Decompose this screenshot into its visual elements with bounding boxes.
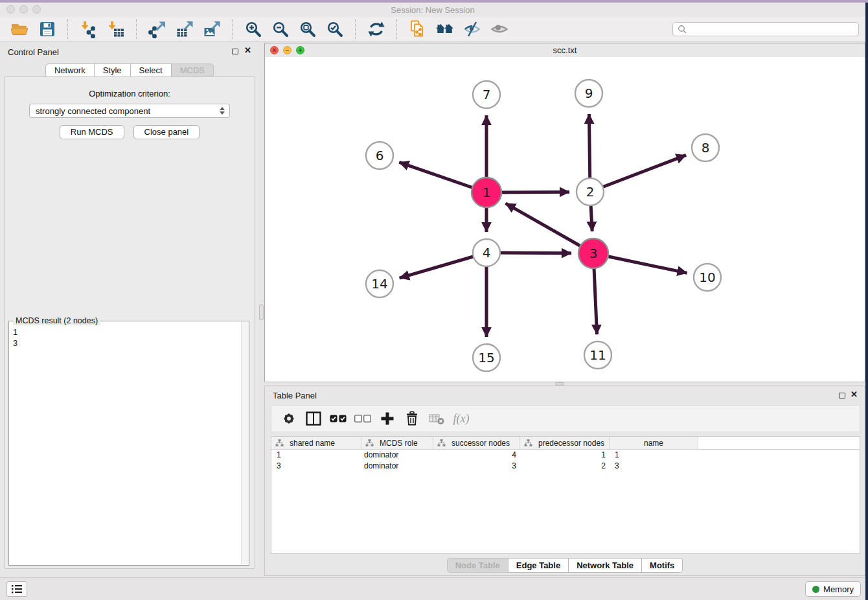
node-label-14: 14: [371, 276, 387, 292]
mcds-result-area[interactable]: 1 3: [9, 321, 249, 565]
toolbar-separator: [355, 19, 356, 39]
table-settings-gear-icon[interactable]: [277, 408, 301, 429]
toolbar-separator: [396, 19, 398, 39]
task-history-button[interactable]: [6, 581, 27, 597]
new-network-from-selection-icon[interactable]: [407, 19, 429, 40]
cell-predecessor-nodes[interactable]: 1: [520, 450, 610, 461]
memory-button[interactable]: Memory: [805, 581, 861, 597]
select-all-icon[interactable]: [326, 408, 350, 429]
cell-successor-nodes[interactable]: 4: [433, 450, 520, 461]
add-column-icon[interactable]: [375, 408, 400, 429]
network-graph[interactable]: 1234678910111415: [265, 57, 865, 382]
control-panel: Control Panel ✕ NetworkStyleSelectMCDS O…: [0, 43, 259, 574]
column-header-predecessor-nodes[interactable]: predecessor nodes: [520, 437, 610, 449]
delete-column-trash-icon[interactable]: [400, 408, 424, 429]
search-icon: [678, 25, 687, 34]
node-label-10: 10: [699, 270, 715, 285]
column-header-mcds-role[interactable]: MCDS role: [361, 437, 433, 449]
tab-network[interactable]: Network: [45, 63, 95, 78]
node-label-3: 3: [589, 246, 598, 261]
zoom-out-icon[interactable]: [269, 19, 291, 40]
import-table-icon[interactable]: [105, 19, 127, 40]
column-label: name: [644, 439, 663, 448]
control-panel-title: Control Panel: [8, 47, 59, 57]
memory-label: Memory: [823, 584, 854, 594]
node-table-header: shared nameMCDS rolesuccessor nodesprede…: [271, 437, 860, 450]
export-network-icon[interactable]: [146, 19, 168, 40]
table-panel-title: Table Panel: [273, 391, 317, 400]
import-network-icon[interactable]: [78, 19, 100, 40]
table-float-panel-icon[interactable]: [839, 393, 845, 398]
main-area: Control Panel ✕ NetworkStyleSelectMCDS O…: [0, 41, 865, 578]
table-close-panel-icon[interactable]: ✕: [851, 389, 858, 400]
export-table-icon[interactable]: [174, 19, 196, 40]
select-stepper-icon: [220, 107, 225, 115]
cell-shared-name[interactable]: 3: [271, 461, 361, 472]
cell-mcds-role[interactable]: dominator: [361, 450, 433, 461]
table-tab-node-table[interactable]: Node Table: [447, 558, 508, 573]
search-box[interactable]: [672, 22, 859, 36]
result-scrollbar[interactable]: [241, 322, 249, 564]
table-tab-network-table[interactable]: Network Table: [569, 558, 642, 573]
tab-style[interactable]: Style: [95, 63, 131, 78]
zoom-selected-icon[interactable]: [324, 19, 346, 40]
zoom-in-icon[interactable]: [242, 19, 264, 40]
cell-name[interactable]: 1: [610, 450, 698, 461]
mcds-result-text: 1 3: [13, 327, 238, 562]
edge-2-8[interactable]: [590, 155, 686, 192]
table-row[interactable]: 3dominator323: [271, 461, 860, 472]
network-window-titlebar: × − + scc.txt: [265, 43, 865, 58]
close-panel-button[interactable]: Close panel: [133, 125, 200, 139]
export-image-icon[interactable]: [201, 19, 223, 40]
delete-table-icon[interactable]: [424, 408, 449, 429]
desktop-edge-top: [0, 0, 868, 3]
function-builder-icon[interactable]: f(x): [449, 408, 474, 429]
cell-name[interactable]: 3: [610, 461, 698, 472]
column-header-name[interactable]: name: [610, 437, 698, 449]
main-toolbar: [0, 17, 865, 41]
cell-shared-name[interactable]: 1: [271, 450, 361, 461]
mcds-result-group: MCDS result (2 nodes) 1 3: [8, 321, 249, 566]
vertical-splitter[interactable]: [259, 43, 264, 382]
tab-mcds[interactable]: MCDS: [172, 63, 214, 78]
save-session-icon[interactable]: [36, 19, 58, 40]
toolbar-separator: [232, 19, 233, 39]
node-label-9: 9: [585, 86, 593, 101]
column-label: successor nodes: [451, 439, 510, 448]
cell-successor-nodes[interactable]: 3: [433, 461, 520, 472]
deselect-all-icon[interactable]: [350, 408, 375, 429]
column-header-successor-nodes[interactable]: successor nodes: [433, 437, 520, 449]
close-panel-icon[interactable]: ✕: [244, 45, 251, 56]
cell-mcds-role[interactable]: dominator: [361, 461, 433, 472]
criterion-select[interactable]: strongly connected component: [29, 104, 230, 118]
hide-selected-eye-icon[interactable]: [461, 19, 483, 40]
node-label-7: 7: [483, 87, 491, 102]
table-tabs: Node TableEdge TableNetwork TableMotifs: [265, 558, 865, 573]
show-all-eye-icon[interactable]: [488, 19, 510, 40]
first-neighbors-icon[interactable]: [434, 19, 456, 40]
table-row[interactable]: 1dominator411: [271, 450, 860, 461]
float-panel-icon[interactable]: [232, 49, 238, 54]
criterion-value: strongly connected component: [36, 106, 150, 116]
application-window: Session: New Session Control Panel: [0, 3, 865, 600]
splitter-handle[interactable]: [259, 305, 264, 320]
node-table-body: 1dominator4113dominator323: [271, 450, 860, 472]
open-file-icon[interactable]: [9, 19, 31, 40]
cell-predecessor-nodes[interactable]: 2: [520, 461, 610, 472]
fit-content-icon[interactable]: [297, 19, 319, 40]
column-type-icon: [524, 439, 532, 447]
refresh-view-icon[interactable]: [365, 19, 387, 40]
network-canvas[interactable]: 1234678910111415: [265, 57, 865, 382]
network-view-window: × − + scc.txt 1234678910111415: [264, 43, 865, 382]
tab-select[interactable]: Select: [131, 63, 172, 78]
show-columns-icon[interactable]: [301, 408, 326, 429]
node-label-2: 2: [586, 184, 595, 200]
mcds-panel: Optimization criterion: strongly connect…: [4, 76, 255, 569]
run-mcds-button[interactable]: Run MCDS: [60, 125, 124, 139]
table-tab-motifs[interactable]: Motifs: [642, 558, 683, 573]
search-input[interactable]: [690, 24, 854, 34]
column-header-shared-name[interactable]: shared name: [271, 437, 361, 449]
memory-status-icon: [812, 586, 819, 593]
table-tab-edge-table[interactable]: Edge Table: [508, 558, 569, 573]
node-label-11: 11: [589, 347, 606, 363]
